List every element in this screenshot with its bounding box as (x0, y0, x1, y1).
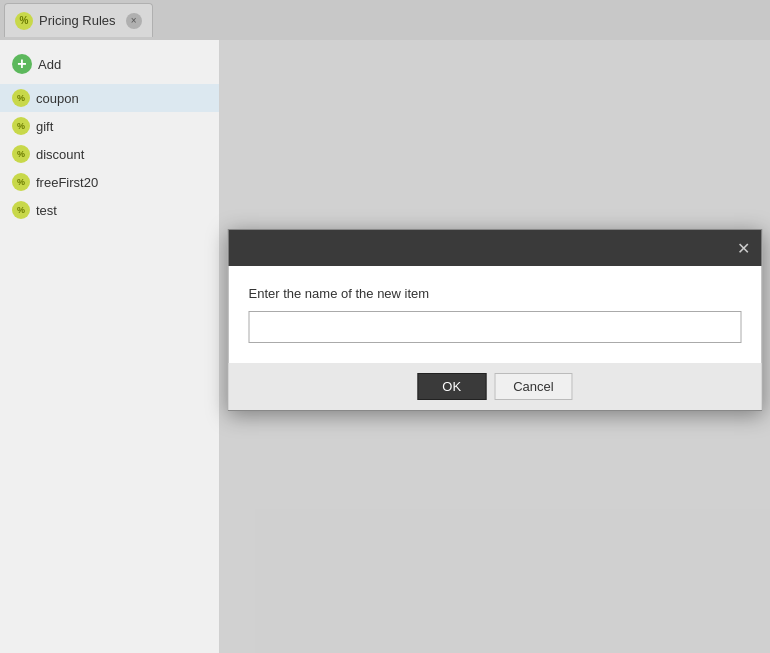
item-label-discount: discount (36, 147, 84, 162)
add-button[interactable]: + Add (0, 48, 219, 80)
sidebar-item-coupon[interactable]: % coupon (0, 84, 219, 112)
item-label-coupon: coupon (36, 91, 79, 106)
main-area: + Add % coupon % gift % discount % freeF… (0, 40, 770, 653)
pricing-rules-tab[interactable]: % Pricing Rules × (4, 3, 153, 37)
dialog-footer: OK Cancel (229, 363, 762, 410)
tab-percent-icon: % (15, 12, 33, 30)
percent-icon-test: % (12, 201, 30, 219)
new-item-input[interactable] (249, 311, 742, 343)
dialog-close-button[interactable]: ✕ (734, 238, 754, 258)
new-item-dialog: ✕ Enter the name of the new item OK Canc… (228, 229, 763, 411)
tab-close-button[interactable]: × (126, 13, 142, 29)
sidebar-item-discount[interactable]: % discount (0, 140, 219, 168)
ok-button[interactable]: OK (417, 373, 486, 400)
percent-icon-gift: % (12, 117, 30, 135)
add-icon: + (12, 54, 32, 74)
percent-icon-freefirst20: % (12, 173, 30, 191)
item-label-gift: gift (36, 119, 53, 134)
add-label: Add (38, 57, 61, 72)
content-area: ✕ Enter the name of the new item OK Canc… (220, 40, 770, 653)
sidebar-item-gift[interactable]: % gift (0, 112, 219, 140)
dialog-header: ✕ (229, 230, 762, 266)
sidebar-item-freefirst20[interactable]: % freeFirst20 (0, 168, 219, 196)
percent-icon-discount: % (12, 145, 30, 163)
tab-label: Pricing Rules (39, 13, 116, 28)
cancel-button[interactable]: Cancel (494, 373, 572, 400)
percent-icon-coupon: % (12, 89, 30, 107)
dialog-body: Enter the name of the new item (229, 266, 762, 353)
sidebar-item-test[interactable]: % test (0, 196, 219, 224)
item-label-freefirst20: freeFirst20 (36, 175, 98, 190)
dialog-prompt: Enter the name of the new item (249, 286, 742, 301)
sidebar: + Add % coupon % gift % discount % freeF… (0, 40, 220, 653)
item-label-test: test (36, 203, 57, 218)
tab-bar: % Pricing Rules × (0, 0, 770, 40)
